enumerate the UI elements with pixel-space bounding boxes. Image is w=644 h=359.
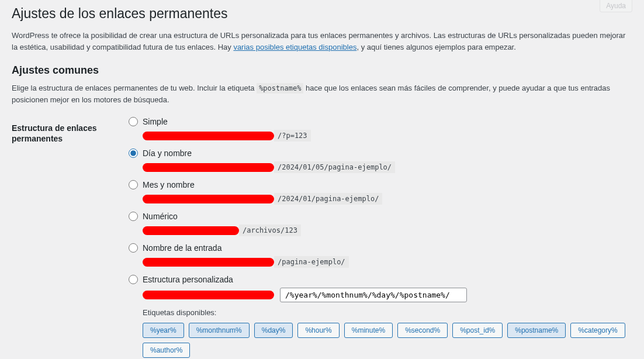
tag-day-button[interactable]: %day% [254, 323, 293, 338]
redacted-url [143, 291, 274, 299]
tag-postname-button[interactable]: %postname% [507, 323, 566, 338]
structure-label: Estructura de enlaces permanentes [12, 117, 129, 144]
radio-simple-label: Simple [143, 117, 168, 126]
tag-monthnum-button[interactable]: %monthnum% [189, 323, 250, 338]
radio-numeric-label: Numérico [143, 212, 178, 221]
redacted-url [143, 258, 274, 267]
radio-numeric[interactable] [129, 212, 138, 221]
redacted-url [143, 195, 274, 203]
radio-day-name[interactable] [129, 149, 138, 158]
common-desc-before: Elige la estructura de enlaces permanent… [12, 84, 257, 92]
example-simple: /?p=123 [274, 130, 311, 141]
tag-year-button[interactable]: %year% [143, 323, 184, 338]
radio-post-name[interactable] [129, 243, 138, 253]
help-button[interactable]: Ayuda [600, 0, 632, 12]
common-settings-desc: Elige la estructura de enlaces permanent… [12, 82, 632, 105]
redacted-url [143, 163, 274, 172]
radio-custom[interactable] [129, 275, 138, 284]
redacted-url [143, 226, 239, 235]
intro-text-after: , y aquí tienes algunos ejemplos para em… [356, 43, 515, 51]
example-post-name: /pagina-ejemplo/ [274, 256, 349, 268]
common-settings-heading: Ajustes comunes [12, 64, 632, 77]
example-numeric: /archivos/123 [239, 225, 301, 236]
available-tags-label: Etiquetas disponibles: [143, 308, 632, 317]
radio-custom-label: Estructura personalizada [143, 275, 233, 284]
intro-paragraph: WordPress te ofrece la posibilidad de cr… [12, 30, 632, 53]
radio-day-name-label: Día y nombre [143, 149, 192, 158]
tag-category-button[interactable]: %category% [570, 323, 625, 338]
redacted-url [143, 132, 274, 140]
tag-minute-button[interactable]: %minute% [344, 323, 393, 338]
tag-author-button[interactable]: %author% [143, 343, 190, 358]
tag-post-id-button[interactable]: %post_id% [452, 323, 503, 338]
tag-second-button[interactable]: %second% [397, 323, 448, 338]
postname-tag-code: %postname% [257, 83, 303, 94]
radio-month-name-label: Mes y nombre [143, 180, 195, 189]
intro-link[interactable]: varias posibles etiquetas disponibles [233, 43, 356, 51]
example-month-name: /2024/01/pagina-ejemplo/ [274, 193, 382, 205]
radio-post-name-label: Nombre de la entrada [143, 243, 221, 253]
custom-structure-input[interactable] [280, 288, 467, 302]
example-day-name: /2024/01/05/pagina-ejemplo/ [274, 161, 395, 173]
radio-month-name[interactable] [129, 180, 138, 189]
page-title: Ajustes de los enlaces permanentes [12, 6, 632, 22]
tag-hour-button[interactable]: %hour% [297, 323, 339, 338]
radio-simple[interactable] [129, 117, 138, 126]
